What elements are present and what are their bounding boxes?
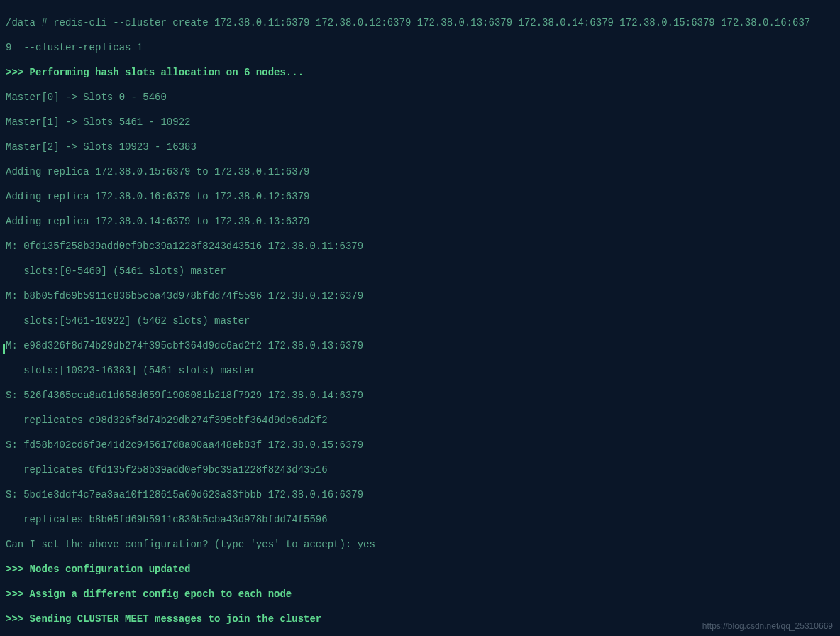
node-s1-rep: replicates e98d326f8d74b29db274f395cbf36… bbox=[6, 415, 834, 427]
confirm-prompt: Can I set the above configuration? (type… bbox=[6, 539, 834, 552]
header-hash-slots: >>> Performing hash slots allocation on … bbox=[6, 67, 834, 80]
node-m3-slots: slots:[10923-16383] (5461 slots) master bbox=[6, 365, 834, 378]
node-s2-rep: replicates 0fd135f258b39add0ef9bc39a1228… bbox=[6, 464, 834, 477]
replica-add-2: Adding replica 172.38.0.16:6379 to 172.3… bbox=[6, 191, 834, 204]
node-s3: S: 5bd1e3ddf4c7ea3aa10f128615a60d623a33f… bbox=[6, 489, 834, 502]
node-m2: M: b8b05fd69b5911c836b5cba43d978bfdd74f5… bbox=[6, 290, 834, 303]
master-2: Master[2] -> Slots 10923 - 16383 bbox=[6, 141, 834, 154]
replica-add-1: Adding replica 172.38.0.15:6379 to 172.3… bbox=[6, 166, 834, 179]
node-m1: M: 0fd135f258b39add0ef9bc39a1228f8243d43… bbox=[6, 241, 834, 253]
node-s3-rep: replicates b8b05fd69b5911c836b5cba43d978… bbox=[6, 514, 834, 527]
node-m1-slots: slots:[0-5460] (5461 slots) master bbox=[6, 265, 834, 278]
header-config-updated: >>> Nodes configuration updated bbox=[6, 564, 834, 576]
watermark-text: https://blog.csdn.net/qq_25310669 bbox=[702, 621, 833, 632]
header-config-epoch: >>> Assign a different config epoch to e… bbox=[6, 588, 834, 601]
master-0: Master[0] -> Slots 0 - 5460 bbox=[6, 92, 834, 104]
node-m2-slots: slots:[5461-10922] (5462 slots) master bbox=[6, 315, 834, 328]
command-line: /data # redis-cli --cluster create 172.3… bbox=[6, 17, 834, 30]
node-s2: S: fd58b402cd6f3e41d2c945617d8a00aa448eb… bbox=[6, 439, 834, 452]
command-line-2: 9 --cluster-replicas 1 bbox=[6, 42, 834, 55]
terminal-cursor bbox=[3, 344, 5, 354]
replica-add-3: Adding replica 172.38.0.14:6379 to 172.3… bbox=[6, 216, 834, 229]
node-m3: M: e98d326f8d74b29db274f395cbf364d9dc6ad… bbox=[6, 340, 834, 353]
node-s1: S: 526f4365cca8a01d658d659f1908081b218f7… bbox=[6, 390, 834, 402]
terminal-output[interactable]: /data # redis-cli --cluster create 172.3… bbox=[0, 0, 840, 636]
master-1: Master[1] -> Slots 5461 - 10922 bbox=[6, 116, 834, 129]
